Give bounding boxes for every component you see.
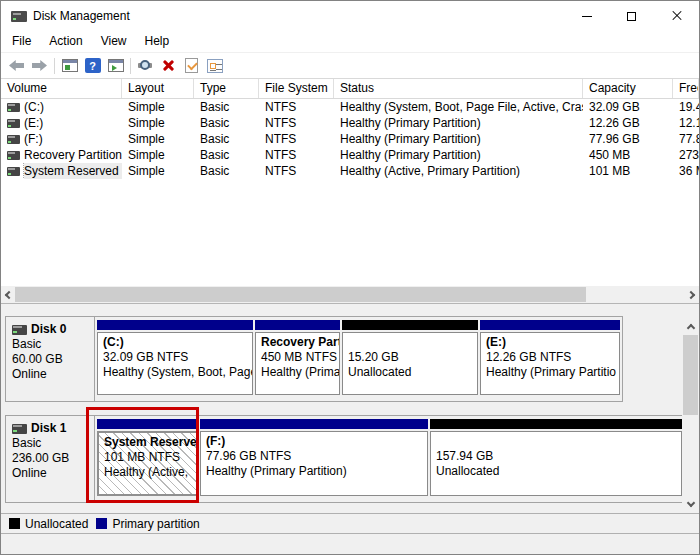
disk-icon	[12, 424, 27, 434]
chevron-right-icon	[687, 290, 695, 298]
disk-0-info[interactable]: Disk 0 Basic 60.00 GB Online	[6, 317, 95, 401]
capacity-cell: 12.26 GB	[583, 115, 673, 131]
disk-0-row: Disk 0 Basic 60.00 GB Online (C:) 32.09 …	[5, 316, 623, 402]
disk-size: 236.00 GB	[12, 451, 94, 466]
status-cell: Healthy (Primary Partition)	[334, 147, 583, 163]
partition-system-reserved[interactable]: System Reserved 101 MB NTFS Healthy (Act…	[97, 419, 198, 496]
partition-unallocated-disk0[interactable]: 15.20 GB Unallocated	[342, 320, 478, 395]
capacity-cell: 450 MB	[583, 147, 673, 163]
type-cell: Basic	[194, 131, 259, 147]
volume-row-c[interactable]: (C:) Simple Basic NTFS Healthy (System, …	[1, 99, 699, 115]
disk-kind: Basic	[12, 337, 94, 352]
vertical-scroll-track[interactable]	[682, 334, 699, 497]
menu-action[interactable]: Action	[40, 31, 91, 52]
partition-title	[348, 335, 472, 350]
vertical-scroll-thumb[interactable]	[683, 335, 698, 415]
capacity-cell: 32.09 GB	[583, 99, 673, 115]
scroll-right-button[interactable]	[685, 286, 699, 303]
status-cell: Healthy (Active, Primary Partition)	[334, 163, 583, 179]
scroll-up-button[interactable]	[682, 319, 699, 334]
partition-size: 77.96 GB NTFS	[206, 449, 422, 464]
disk-size: 60.00 GB	[12, 352, 94, 367]
partition-status: Healthy (Prima	[261, 365, 334, 380]
partition-size: 101 MB NTFS	[104, 450, 191, 465]
properties-icon	[207, 59, 223, 73]
close-icon	[671, 10, 683, 22]
partition-size: 15.20 GB	[348, 350, 472, 365]
help-button[interactable]: ?	[81, 55, 104, 77]
show-console-tree-button[interactable]	[58, 55, 81, 77]
menu-view[interactable]: View	[92, 31, 136, 52]
properties-button[interactable]	[203, 55, 226, 77]
volume-row-system-reserved[interactable]: System Reserved P... Simple Basic NTFS H…	[1, 163, 699, 179]
horizontal-scroll-thumb[interactable]	[15, 287, 586, 302]
free-cell: 273	[673, 147, 699, 163]
volume-row-e[interactable]: (E:) Simple Basic NTFS Healthy (Primary …	[1, 115, 699, 131]
chevron-up-icon	[686, 324, 694, 332]
rescan-disks-button[interactable]	[134, 55, 157, 77]
partition-e[interactable]: (E:) 12.26 GB NTFS Healthy (Primary Part…	[480, 320, 620, 395]
show-action-pane-button[interactable]	[104, 55, 127, 77]
legend-unallocated-label: Unallocated	[25, 517, 88, 531]
partition-c[interactable]: (C:) 32.09 GB NTFS Healthy (System, Boot…	[97, 320, 253, 395]
unallocated-band	[430, 419, 682, 429]
status-cell: Healthy (Primary Partition)	[334, 131, 583, 147]
menu-help[interactable]: Help	[136, 31, 179, 52]
disk-1-row: Disk 1 Basic 236.00 GB Online System Res…	[5, 415, 685, 503]
partition-size: 157.94 GB	[436, 449, 676, 464]
type-cell: Basic	[194, 163, 259, 179]
scroll-down-button[interactable]	[682, 497, 699, 512]
legend-bar: Unallocated Primary partition	[1, 513, 699, 533]
volume-icon	[7, 119, 20, 128]
horizontal-scrollbar[interactable]	[1, 286, 699, 303]
vertical-scrollbar[interactable]	[682, 319, 699, 512]
free-cell: 12.1	[673, 115, 699, 131]
close-button[interactable]	[654, 1, 699, 31]
primary-partition-band	[255, 320, 340, 330]
disk-name: Disk 1	[31, 421, 66, 436]
column-header-capacity[interactable]: Capacity	[583, 79, 673, 98]
column-header-status[interactable]: Status	[334, 79, 583, 98]
disk-name: Disk 0	[31, 322, 66, 337]
disk-management-window: Disk Management File Action View Help ? …	[0, 0, 700, 555]
primary-partition-band	[97, 419, 198, 429]
delete-x-icon	[162, 59, 175, 72]
back-button[interactable]	[5, 55, 28, 77]
minimize-icon	[582, 16, 592, 17]
partition-unallocated-disk1[interactable]: 157.94 GB Unallocated	[430, 419, 682, 496]
column-header-volume[interactable]: Volume	[1, 79, 122, 98]
volume-row-f[interactable]: (F:) Simple Basic NTFS Healthy (Primary …	[1, 131, 699, 147]
forward-button[interactable]	[28, 55, 51, 77]
free-cell: 36 M	[673, 163, 699, 179]
column-header-type[interactable]: Type	[194, 79, 259, 98]
column-header-layout[interactable]: Layout	[122, 79, 194, 98]
partition-size: 32.09 GB NTFS	[103, 350, 247, 365]
legend-primary-label: Primary partition	[112, 517, 199, 531]
menu-file[interactable]: File	[3, 31, 40, 52]
app-disk-icon	[11, 11, 27, 22]
partition-f[interactable]: (F:) 77.96 GB NTFS Healthy (Primary Part…	[200, 419, 428, 496]
scroll-left-button[interactable]	[1, 286, 15, 303]
rescan-disks-icon	[138, 59, 154, 72]
maximize-button[interactable]	[609, 1, 654, 31]
minimize-button[interactable]	[564, 1, 609, 31]
partition-title: (E:)	[486, 335, 614, 350]
disk-1-info[interactable]: Disk 1 Basic 236.00 GB Online	[6, 416, 95, 502]
forward-icon	[32, 60, 47, 71]
check-doc-icon	[185, 58, 198, 73]
partition-status: Unallocated	[348, 365, 472, 380]
check-doc-button[interactable]	[180, 55, 203, 77]
primary-partition-band	[480, 320, 620, 330]
capacity-cell: 77.96 GB	[583, 131, 673, 147]
legend-primary-partition: Primary partition	[96, 517, 199, 531]
footer-strip	[1, 533, 699, 554]
column-header-free[interactable]: Free	[673, 79, 699, 98]
type-cell: Basic	[194, 99, 259, 115]
volume-row-recovery[interactable]: Recovery Partition Simple Basic NTFS Hea…	[1, 147, 699, 163]
column-header-file-system[interactable]: File System	[259, 79, 334, 98]
file-system-cell: NTFS	[259, 163, 334, 179]
title-bar: Disk Management	[1, 1, 699, 31]
delete-button[interactable]	[157, 55, 180, 77]
layout-cell: Simple	[122, 115, 194, 131]
partition-recovery[interactable]: Recovery Part 450 MB NTFS Healthy (Prima	[255, 320, 340, 395]
